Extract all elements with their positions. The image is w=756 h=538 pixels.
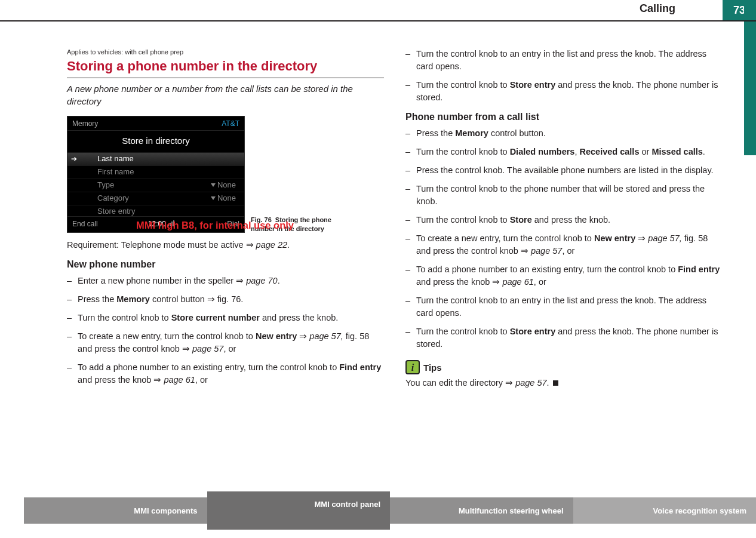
footer-tab-control-panel: MMI control panel xyxy=(207,491,391,530)
mmi-row-firstname: First name xyxy=(67,165,244,179)
divider xyxy=(0,20,756,21)
right-column: Turn the control knob to an entry in the… xyxy=(405,48,723,496)
subheading-new-number: New phone number xyxy=(67,257,384,271)
mmi-row-lastname: ➔ Last name xyxy=(67,152,244,165)
step: Turn the control knob to Store current n… xyxy=(67,312,384,324)
chapter-title: Calling xyxy=(640,2,675,15)
step: Turn the control knob to Store entry and… xyxy=(405,325,723,351)
tips-label: Tips xyxy=(423,361,442,374)
mmi-top-left: Memory xyxy=(72,119,98,129)
mmi-row-value: None xyxy=(211,180,236,191)
step: Turn the control knob to an entry in the… xyxy=(405,48,723,73)
step: Press the control knob. The available ph… xyxy=(405,164,723,177)
mmi-row-label: Store entry xyxy=(97,206,136,217)
requirement-line: Requirement: Telephone mode must be acti… xyxy=(67,239,384,251)
step: To create a new entry, turn the control … xyxy=(67,330,384,355)
mmi-row-label: First name xyxy=(97,167,134,178)
tips-text: You can edit the directory ⇒ page 57. xyxy=(405,377,723,389)
mmi-row-label: Category xyxy=(97,193,129,204)
side-index-tab xyxy=(744,0,756,155)
end-square-icon xyxy=(553,380,558,386)
info-icon: i xyxy=(405,360,420,374)
step: To create a new entry, turn the control … xyxy=(405,232,723,257)
section-title: Storing a phone number in the directory xyxy=(67,59,384,78)
mmi-row-category: Category None xyxy=(67,192,244,205)
subheading-call-list: Phone number from a call list xyxy=(405,110,723,124)
step: Turn the control knob to Store and press… xyxy=(405,214,723,226)
step: Turn the control knob to Store entry and… xyxy=(405,79,723,104)
step: Press the Memory control button ⇒ fig. 7… xyxy=(67,293,384,306)
footer-tabs: MMI components MMI control panel Multifu… xyxy=(0,497,756,524)
mmi-screenshot: Memory AT&T Store in directory ➔ Last na… xyxy=(67,116,245,233)
mmi-row-label: Type xyxy=(97,180,114,191)
section-intro: A new phone number or a number from the … xyxy=(67,83,384,107)
step: To add a phone number to an existing ent… xyxy=(405,263,723,288)
footer-tab-components: MMI components xyxy=(24,497,207,524)
step: Press the Memory control button. xyxy=(405,127,723,140)
mmi-carrier: AT&T xyxy=(222,119,239,129)
step: Turn the control knob to Dialed numbers,… xyxy=(405,146,723,158)
steps-call-list: Press the Memory control button. Turn th… xyxy=(405,127,723,351)
steps-new-number: Enter a new phone number in the speller … xyxy=(67,275,384,386)
pointer-icon: ➔ xyxy=(71,154,77,164)
dropdown-icon xyxy=(211,183,216,187)
mmi-bottom-left: End call xyxy=(72,219,98,229)
left-column: Applies to vehicles: with cell phone pre… xyxy=(67,48,384,496)
mmi-row-label: Last name xyxy=(97,153,134,165)
mmi-heading: Store in directory xyxy=(67,131,244,152)
mmi-row-value: None xyxy=(211,193,236,204)
watermark: MMI high B8, for internal use only xyxy=(136,220,294,231)
footer-tab-steering-wheel: Multifunction steering wheel xyxy=(390,497,573,524)
mmi-row-type: Type None xyxy=(67,179,244,192)
tips-header: i Tips xyxy=(405,360,723,374)
dropdown-icon xyxy=(211,196,216,200)
applies-line: Applies to vehicles: with cell phone pre… xyxy=(67,48,384,57)
footer-tab-voice: Voice recognition system xyxy=(573,497,757,524)
step: Enter a new phone number in the speller … xyxy=(67,275,384,287)
step: To add a phone number to an existing ent… xyxy=(67,361,384,386)
step: Turn the control knob to the phone numbe… xyxy=(405,183,723,208)
steps-continued: Turn the control knob to an entry in the… xyxy=(405,48,723,104)
step: Turn the control knob to an entry in the… xyxy=(405,294,723,319)
